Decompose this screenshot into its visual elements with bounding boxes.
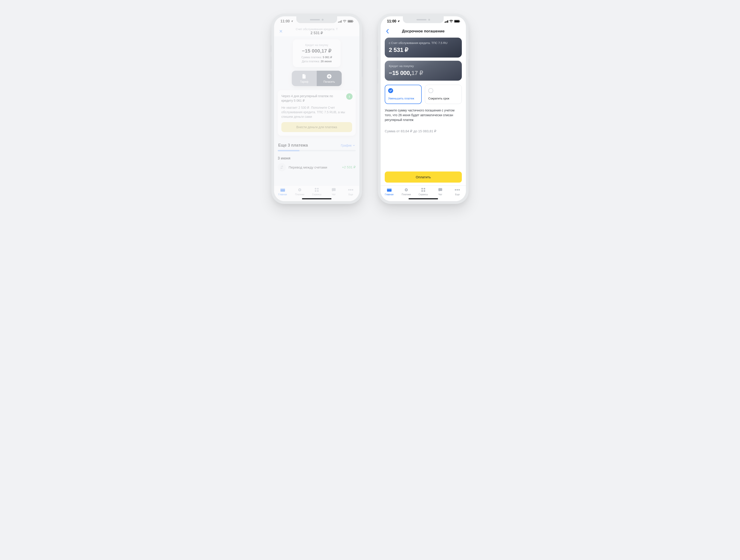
repay-button[interactable]: Погасить bbox=[317, 71, 342, 86]
battery-icon bbox=[348, 20, 353, 23]
source-account-label: с Счет обслуживания кредита. ТПС 7.5 RU bbox=[389, 41, 458, 44]
notice-primary-text: Через 4 дня регулярный платеж по кредиту… bbox=[281, 94, 352, 103]
close-button[interactable] bbox=[278, 28, 284, 34]
home-indicator[interactable] bbox=[302, 198, 332, 199]
tab-home[interactable]: Главная bbox=[382, 187, 396, 196]
phone-side-button bbox=[377, 45, 378, 52]
payments-icon bbox=[297, 187, 302, 192]
deposit-button[interactable]: Внести деньги для платежа bbox=[281, 122, 352, 132]
battery-icon bbox=[454, 20, 460, 23]
home-indicator[interactable] bbox=[408, 198, 438, 199]
more-icon bbox=[348, 187, 354, 192]
chat-icon bbox=[331, 187, 337, 192]
tab-home-label: Главная bbox=[278, 193, 287, 196]
svg-rect-21 bbox=[422, 190, 423, 192]
svg-point-6 bbox=[299, 189, 300, 191]
transfer-icon bbox=[278, 163, 286, 171]
tab-services-label: Сервисы bbox=[312, 193, 321, 196]
tariff-button[interactable]: Тариф bbox=[292, 71, 317, 86]
pay-button[interactable]: Оплатить bbox=[385, 172, 462, 183]
phone-side-button bbox=[377, 57, 378, 69]
nav-header: Счет обслуживания кредита. Т 2 531 ₽ bbox=[274, 26, 359, 36]
tab-more[interactable]: Еще bbox=[344, 187, 358, 196]
screen-left: 11:00 Счет обслуживания кредита. Т 2 531… bbox=[274, 16, 359, 201]
cellular-icon bbox=[445, 20, 448, 23]
tab-payments-label: Платежи bbox=[295, 193, 304, 196]
document-icon bbox=[302, 74, 307, 79]
notch bbox=[296, 16, 337, 23]
tab-home[interactable]: Главная bbox=[276, 187, 289, 196]
phone-side-button bbox=[270, 71, 272, 84]
credit-label: Кредит на покупку bbox=[297, 43, 336, 47]
chevron-down-icon bbox=[353, 144, 355, 147]
phone-side-button bbox=[362, 59, 363, 77]
location-icon bbox=[397, 20, 400, 23]
chat-icon bbox=[438, 187, 443, 192]
destination-credit-amount: −15 000,17 ₽ bbox=[389, 70, 458, 77]
tab-more[interactable]: Еще bbox=[451, 187, 464, 196]
amount-input[interactable]: Сумма от 83,64 ₽ до 15 083,81 ₽ bbox=[385, 129, 462, 133]
credit-amount: −15 000,17 ₽ bbox=[297, 48, 336, 54]
svg-point-1 bbox=[349, 95, 350, 96]
tab-services-label: Сервисы bbox=[419, 193, 428, 196]
tab-services[interactable]: Сервисы bbox=[310, 187, 323, 196]
svg-point-18 bbox=[405, 189, 407, 191]
transaction-name: Перевод между счетами bbox=[289, 165, 340, 169]
svg-rect-16 bbox=[387, 189, 391, 189]
tab-more-label: Еще bbox=[455, 193, 460, 196]
tab-chat[interactable]: Чат bbox=[327, 187, 341, 196]
cellular-icon bbox=[338, 20, 342, 23]
svg-rect-7 bbox=[315, 188, 316, 190]
action-segmented-control: Тариф Погасить bbox=[292, 71, 342, 86]
services-icon bbox=[314, 187, 319, 192]
svg-rect-20 bbox=[424, 188, 425, 190]
remaining-payments-row: Еще 3 платежа График bbox=[278, 142, 356, 150]
notice-secondary-text: Не хватает 2 530 ₽. Пополните Счет обслу… bbox=[281, 105, 352, 119]
radio-checked-icon bbox=[388, 88, 393, 93]
tab-payments[interactable]: Платежи bbox=[293, 187, 306, 196]
repay-label: Погасить bbox=[323, 80, 335, 83]
svg-rect-23 bbox=[439, 188, 442, 191]
payments-icon bbox=[403, 187, 409, 192]
screen-right: 11:00 Досрочное погашение с Счет обслужи… bbox=[381, 16, 466, 201]
more-icon bbox=[455, 187, 460, 192]
option-shorten-term[interactable]: Сократить срок bbox=[425, 85, 462, 104]
source-account-amount: 2 531 ₽ bbox=[389, 46, 458, 53]
svg-rect-26 bbox=[458, 189, 460, 191]
svg-rect-22 bbox=[424, 190, 425, 192]
back-button[interactable] bbox=[384, 28, 391, 34]
svg-rect-9 bbox=[315, 190, 316, 192]
phone-mockup-left: 11:00 Счет обслуживания кредита. Т 2 531… bbox=[271, 14, 362, 204]
transaction-amount: +2 531 ₽ bbox=[342, 165, 356, 169]
credit-balance-card[interactable]: Кредит на покупку −15 000,17 ₽ Сумма пла… bbox=[293, 39, 341, 67]
remaining-payments-title: Еще 3 платежа bbox=[278, 143, 308, 148]
destination-credit-card[interactable]: Кредит на покупку −15 000,17 ₽ bbox=[385, 61, 462, 81]
payment-sum-row: Сумма платежа: 5 061 ₽ bbox=[297, 56, 336, 59]
svg-rect-24 bbox=[455, 189, 456, 191]
payment-notice-card: Через 4 дня регулярный платеж по кредиту… bbox=[278, 90, 356, 136]
tariff-label: Тариф bbox=[300, 80, 308, 83]
home-icon bbox=[280, 187, 285, 192]
info-icon[interactable] bbox=[346, 93, 353, 100]
services-icon bbox=[421, 187, 426, 192]
tab-payments[interactable]: Платежи bbox=[399, 187, 413, 196]
schedule-link[interactable]: График bbox=[341, 144, 355, 147]
home-icon bbox=[386, 187, 392, 192]
tab-home-label: Главная bbox=[385, 193, 393, 196]
payment-date-row: Дата платежа: 26 июня bbox=[297, 60, 336, 63]
wifi-icon bbox=[343, 20, 347, 23]
radio-unchecked-icon bbox=[428, 88, 433, 93]
status-time: 11:00 bbox=[280, 19, 290, 23]
tab-chat[interactable]: Чат bbox=[434, 187, 447, 196]
option-shorten-term-label: Сократить срок bbox=[428, 97, 458, 100]
transaction-row[interactable]: Перевод между счетами +2 531 ₽ bbox=[278, 163, 356, 171]
tab-services[interactable]: Сервисы bbox=[417, 187, 430, 196]
page-title: Досрочное погашение bbox=[392, 29, 455, 33]
option-reduce-payment-label: Уменьшить платеж bbox=[388, 97, 418, 100]
svg-rect-2 bbox=[349, 96, 350, 98]
phone-side-button bbox=[468, 59, 470, 77]
option-reduce-payment[interactable]: Уменьшить платеж bbox=[385, 85, 422, 104]
source-account-card[interactable]: с Счет обслуживания кредита. ТПС 7.5 RU … bbox=[385, 37, 462, 58]
phone-side-button bbox=[377, 71, 378, 84]
payments-progress-bar bbox=[278, 150, 356, 151]
